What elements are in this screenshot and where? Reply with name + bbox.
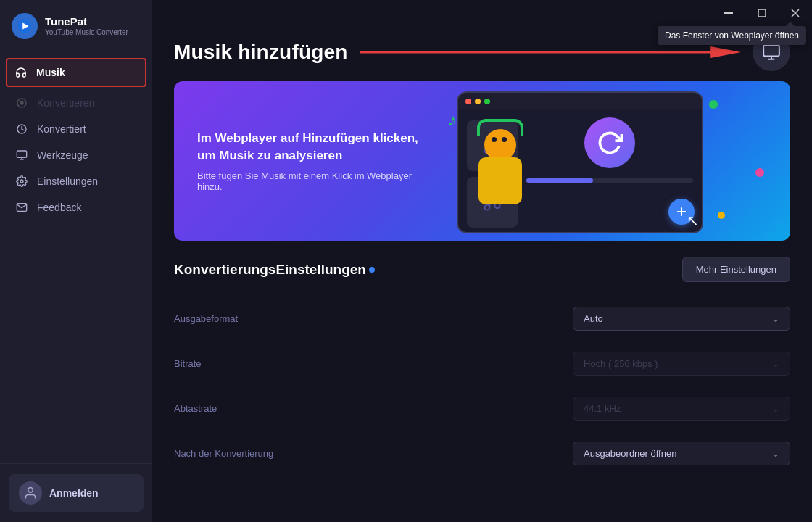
character (464, 96, 536, 241)
signin-label: Anmelden (49, 487, 99, 499)
sidebar-item-werkzeuge[interactable]: Werkzeuge (6, 142, 146, 168)
value-abtastrate: 44.1 kHz (584, 403, 621, 414)
setting-row-abtastrate: Abtastrate 44.1 kHz ⌄ (174, 386, 790, 431)
title-dot (369, 267, 375, 273)
mehr-einstellungen-button[interactable]: Mehr Einstellungen (682, 257, 790, 282)
refresh-icon (597, 130, 623, 156)
char-eye-l (492, 137, 497, 142)
value-ausgabeformat: Auto (584, 313, 603, 324)
dot-yellow (718, 212, 725, 219)
label-ausgabeformat: Ausgabeformat (174, 313, 304, 324)
chevron-down-icon-4: ⌄ (772, 449, 779, 459)
refresh-circle (584, 117, 635, 168)
banner: Im Webplayer auf Hinzufügen klicken, um … (174, 81, 790, 241)
label-nach-konvertierung: Nach der Konvertierung (174, 448, 304, 459)
dot-pink (755, 168, 764, 177)
sidebar-item-konvertiert[interactable]: Konvertiert (6, 116, 146, 142)
sidebar: TunePat YouTube Music Converter Musik (0, 0, 152, 522)
sidebar-label-musik: Musik (36, 67, 65, 78)
tool-icon (15, 149, 28, 162)
app-subtitle: YouTube Music Converter (45, 28, 128, 37)
webplayer-tooltip: Das Fenster von Webplayer öffnen (658, 26, 806, 45)
main-content: Das Fenster von Webplayer öffnen Musik h… (152, 0, 812, 522)
app-name: TunePat (45, 15, 128, 28)
sidebar-item-musik[interactable]: Musik (6, 58, 146, 87)
app-logo (12, 13, 38, 39)
svg-rect-5 (17, 151, 26, 157)
sidebar-label-konvertieren: Konvertieren (37, 97, 94, 109)
content-area: Musik hinzufügen Im Webplay (152, 26, 812, 522)
dropdown-bitrate: Hoch ( 256 kbps ) ⌄ (573, 352, 790, 376)
banner-text: Im Webplayer auf Hinzufügen klicken, um … (174, 109, 450, 212)
progress-bar (526, 178, 693, 183)
close-button[interactable] (779, 0, 812, 26)
screen-icon (762, 43, 781, 62)
dropdown-nach-konvertierung[interactable]: Ausgabeordner öffnen ⌄ (573, 442, 790, 465)
headphone-icon (14, 66, 28, 79)
title-bar (152, 0, 812, 26)
dropdown-ausgabeformat[interactable]: Auto ⌄ (573, 307, 790, 331)
app-title-block: TunePat YouTube Music Converter (45, 15, 128, 37)
sidebar-item-feedback[interactable]: Feedback (6, 194, 146, 220)
clock-icon (15, 123, 28, 136)
setting-row-bitrate: Bitrate Hoch ( 256 kbps ) ⌄ (174, 341, 790, 386)
avatar (19, 481, 42, 505)
value-nach-konvertierung: Ausgabeordner öffnen (584, 448, 676, 459)
minimize-button[interactable] (712, 0, 745, 26)
sidebar-footer: Anmelden (0, 463, 152, 522)
svg-point-8 (20, 180, 23, 183)
sidebar-item-konvertieren: Konvertieren (6, 90, 146, 116)
sidebar-item-einstellungen[interactable]: Einstellungen (6, 168, 146, 194)
maximize-button[interactable] (745, 0, 779, 26)
settings-header: KonvertierungsEinstellungen Mehr Einstel… (174, 257, 790, 282)
svg-rect-10 (724, 12, 733, 14)
banner-title: Im Webplayer auf Hinzufügen klicken, um … (197, 130, 426, 165)
sidebar-header: TunePat YouTube Music Converter (0, 0, 152, 49)
sidebar-label-feedback: Feedback (37, 202, 81, 213)
chevron-down-icon-3: ⌄ (772, 404, 779, 414)
tooltip-text: Das Fenster von Webplayer öffnen (665, 30, 799, 41)
convert-icon (15, 96, 28, 109)
select-nach-konvertierung: Ausgabeordner öffnen ⌄ (304, 442, 790, 465)
settings-title: KonvertierungsEinstellungen (174, 262, 375, 277)
dropdown-abtastrate: 44.1 kHz ⌄ (573, 397, 790, 420)
right-panel (526, 117, 693, 183)
sidebar-label-einstellungen: Einstellungen (37, 175, 98, 187)
settings-grid: Ausgabeformat Auto ⌄ Bitrate Hoch ( 256 … (174, 297, 790, 476)
value-bitrate: Hoch ( 256 kbps ) (584, 358, 658, 369)
sidebar-label-werkzeuge: Werkzeuge (37, 149, 88, 161)
page-title: Musik hinzufügen (174, 41, 348, 64)
chevron-down-icon-1: ⌄ (772, 314, 779, 324)
signin-button[interactable]: Anmelden (9, 474, 144, 512)
cursor-icon: ↖ (684, 209, 702, 232)
banner-subtitle: Bitte fügen Sie Musik mit einem Klick im… (197, 170, 426, 192)
svg-rect-11 (758, 9, 766, 17)
svg-point-3 (20, 102, 23, 104)
settings-section: KonvertierungsEinstellungen Mehr Einstel… (174, 257, 790, 476)
setting-row-nach-konvertierung: Nach der Konvertierung Ausgabeordner öff… (174, 431, 790, 476)
select-ausgabeformat: Auto ⌄ (304, 307, 790, 331)
dot-green (709, 100, 718, 109)
label-bitrate: Bitrate (174, 358, 304, 369)
select-abtastrate: 44.1 kHz ⌄ (304, 397, 790, 420)
label-abtastrate: Abtastrate (174, 403, 304, 414)
char-body (478, 157, 522, 204)
select-bitrate: Hoch ( 256 kbps ) ⌄ (304, 352, 790, 376)
window-controls (712, 0, 812, 26)
svg-marker-15 (710, 46, 741, 58)
svg-point-9 (28, 488, 33, 493)
sidebar-label-konvertiert: Konvertiert (37, 123, 86, 135)
char-eye-r (502, 137, 507, 142)
mail-icon (15, 201, 28, 214)
setting-row-ausgabeformat: Ausgabeformat Auto ⌄ (174, 297, 790, 341)
char-headphone (477, 119, 523, 136)
svg-rect-16 (763, 45, 779, 56)
settings-icon (15, 175, 28, 188)
sidebar-nav: Musik Konvertieren Konvertiert (0, 49, 152, 463)
settings-title-block: KonvertierungsEinstellungen (174, 262, 375, 278)
chevron-down-icon-2: ⌄ (772, 359, 779, 369)
